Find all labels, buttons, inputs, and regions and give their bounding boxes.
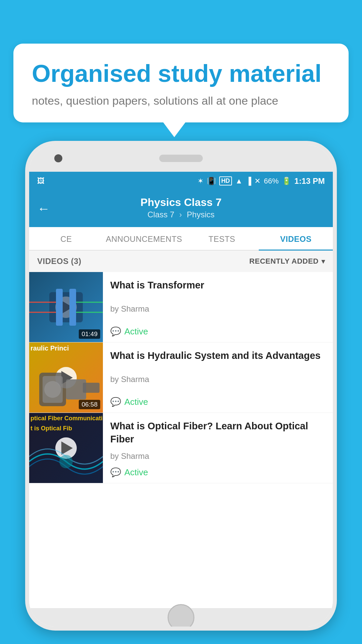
table-row[interactable]: 01:49 What is Transformer by Sharma 💬 Ac… bbox=[29, 272, 333, 342]
video-title-3: What is Optical Fiber? Learn About Optic… bbox=[110, 420, 326, 446]
optical-label-1: ptical Fiber Communicati bbox=[31, 415, 103, 422]
battery-percent: 66% bbox=[264, 177, 279, 185]
video-list: 01:49 What is Transformer by Sharma 💬 Ac… bbox=[29, 272, 333, 608]
phone-frame: 🖼 ✶ 📳 HD ▲ ▐ ✕ 66% 🔋 1:13 PM ← Physics C… bbox=[25, 141, 337, 631]
status-active-3: Active bbox=[124, 467, 148, 478]
table-row[interactable]: ptical Fiber Communicati t is Optical Fi… bbox=[29, 413, 333, 483]
tab-announcements[interactable]: ANNOUNCEMENTS bbox=[103, 227, 185, 250]
video-title-2: What is Hydraulic System and its Advanta… bbox=[110, 349, 326, 362]
table-row[interactable]: raulic Princi bbox=[29, 342, 333, 413]
sort-label: RECENTLY ADDED bbox=[249, 257, 319, 266]
vibrate-icon: 📳 bbox=[207, 177, 216, 185]
battery-icon: 🔋 bbox=[282, 177, 291, 185]
video-status-1: 💬 Active bbox=[110, 326, 326, 337]
bluetooth-icon: ✶ bbox=[197, 177, 203, 185]
video-thumbnail-2: raulic Princi bbox=[29, 342, 103, 413]
status-bar: 🖼 ✶ 📳 HD ▲ ▐ ✕ 66% 🔋 1:13 PM bbox=[29, 172, 333, 190]
phone-speaker bbox=[159, 155, 203, 162]
video-duration-2: 06:58 bbox=[79, 400, 100, 409]
photo-icon: 🖼 bbox=[37, 177, 45, 185]
phone-home-bar bbox=[29, 608, 333, 627]
bubble-title: Organised study material bbox=[32, 60, 330, 87]
breadcrumb-separator: › bbox=[179, 210, 182, 219]
status-active-2: Active bbox=[124, 397, 148, 407]
video-author-2: by Sharma bbox=[110, 375, 326, 384]
videos-header: VIDEOS (3) RECENTLY ADDED ▾ bbox=[29, 251, 333, 272]
svg-point-12 bbox=[59, 455, 73, 468]
phone-top-bar bbox=[29, 145, 333, 172]
video-status-2: 💬 Active bbox=[110, 397, 326, 407]
wifi-icon: ▲ bbox=[235, 177, 243, 185]
hd-badge: HD bbox=[219, 176, 232, 185]
svg-rect-11 bbox=[83, 383, 100, 393]
bubble-subtitle: notes, question papers, solutions all at… bbox=[32, 94, 330, 107]
app-bar-subtitle: Class 7 › Physics bbox=[147, 210, 215, 219]
status-left: 🖼 bbox=[37, 177, 45, 185]
video-thumbnail-1: 01:49 bbox=[29, 272, 103, 342]
video-title-1: What is Transformer bbox=[110, 279, 326, 292]
video-info-1: What is Transformer by Sharma 💬 Active bbox=[103, 272, 333, 342]
tab-videos[interactable]: VIDEOS bbox=[259, 227, 333, 250]
tab-tests[interactable]: TESTS bbox=[185, 227, 259, 250]
signal-icon: ▐ bbox=[246, 177, 251, 185]
sort-control[interactable]: RECENTLY ADDED ▾ bbox=[249, 257, 325, 266]
svg-rect-2 bbox=[69, 289, 76, 326]
app-bar-title: Physics Class 7 bbox=[140, 196, 222, 209]
svg-point-10 bbox=[44, 381, 61, 398]
video-author-1: by Sharma bbox=[110, 304, 326, 314]
tab-ce[interactable]: CE bbox=[29, 227, 103, 250]
svg-rect-0 bbox=[49, 292, 83, 322]
signal-x-icon: ✕ bbox=[254, 177, 260, 185]
chat-icon-1: 💬 bbox=[110, 326, 121, 337]
video-info-3: What is Optical Fiber? Learn About Optic… bbox=[103, 413, 333, 483]
chat-icon-2: 💬 bbox=[110, 397, 121, 407]
chevron-down-icon: ▾ bbox=[321, 257, 325, 265]
clock: 1:13 PM bbox=[294, 176, 325, 186]
hydraulic-label: raulic Princi bbox=[31, 344, 69, 352]
status-active-1: Active bbox=[124, 326, 148, 337]
video-status-3: 💬 Active bbox=[110, 467, 326, 478]
video-thumbnail-3: ptical Fiber Communicati t is Optical Fi… bbox=[29, 413, 103, 483]
tabs-bar: CE ANNOUNCEMENTS TESTS VIDEOS bbox=[29, 227, 333, 251]
breadcrumb-class: Class 7 bbox=[147, 210, 174, 219]
screen: 🖼 ✶ 📳 HD ▲ ▐ ✕ 66% 🔋 1:13 PM ← Physics C… bbox=[29, 172, 333, 608]
app-bar: ← Physics Class 7 Class 7 › Physics bbox=[29, 190, 333, 227]
phone-camera bbox=[54, 154, 62, 162]
phone-inner: 🖼 ✶ 📳 HD ▲ ▐ ✕ 66% 🔋 1:13 PM ← Physics C… bbox=[29, 145, 333, 627]
video-author-3: by Sharma bbox=[110, 451, 326, 461]
video-info-2: What is Hydraulic System and its Advanta… bbox=[103, 342, 333, 413]
svg-rect-1 bbox=[56, 289, 63, 326]
videos-count: VIDEOS (3) bbox=[37, 257, 81, 266]
status-right: ✶ 📳 HD ▲ ▐ ✕ 66% 🔋 1:13 PM bbox=[197, 176, 325, 186]
video-duration-1: 01:49 bbox=[79, 329, 100, 339]
breadcrumb-subject: Physics bbox=[187, 210, 215, 219]
speech-bubble: Organised study material notes, question… bbox=[13, 44, 349, 122]
chat-icon-3: 💬 bbox=[110, 467, 121, 478]
back-button[interactable]: ← bbox=[37, 202, 50, 216]
